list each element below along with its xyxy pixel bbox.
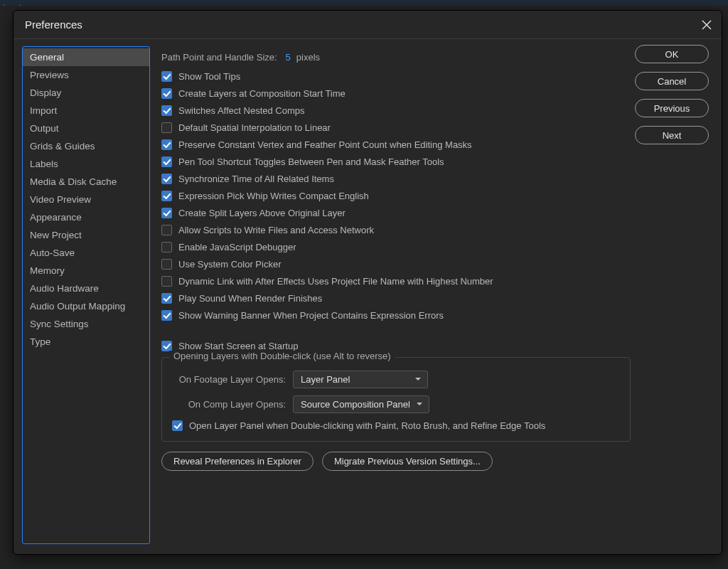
checkbox-dynamic-link-with-after-effects-uses-pro[interactable]: Dynamic Link with After Effects Uses Pro… <box>161 276 645 287</box>
titlebar: Preferences <box>14 11 722 39</box>
cancel-button[interactable]: Cancel <box>635 72 709 90</box>
checkbox-switches-affect-nested-comps[interactable]: Switches Affect Nested Comps <box>161 105 645 116</box>
sidebar-item-output[interactable]: Output <box>23 119 149 137</box>
checkbox-12-label: Dynamic Link with After Effects Uses Pro… <box>178 276 493 287</box>
checkbox-use-system-color-picker[interactable]: Use System Color Picker <box>161 259 645 270</box>
checkbox-11-label: Use System Color Picker <box>178 259 281 270</box>
dialog-actions: OK Cancel Previous Next <box>635 45 709 144</box>
comp-layer-row: On Comp Layer Opens: Source Composition … <box>172 395 620 413</box>
checkbox-expression-pick-whip-writes-compact-engl[interactable]: Expression Pick Whip Writes Compact Engl… <box>161 191 645 201</box>
checkbox-allow-scripts-to-write-files-and-access-[interactable]: Allow Scripts to Write Files and Access … <box>161 225 645 235</box>
sidebar-item-sync-settings[interactable]: Sync Settings <box>23 315 149 333</box>
sidebar-item-previews[interactable]: Previews <box>23 66 149 84</box>
close-icon[interactable] <box>702 20 712 30</box>
sidebar-item-audio-output-mapping[interactable]: Audio Output Mapping <box>23 297 149 315</box>
sidebar-item-import[interactable]: Import <box>23 102 149 119</box>
checkbox-13-box[interactable] <box>161 293 172 304</box>
checkbox-11-box[interactable] <box>161 259 172 270</box>
next-button[interactable]: Next <box>635 126 709 144</box>
checkbox-1-box[interactable] <box>161 88 172 99</box>
checkbox-8-box[interactable] <box>161 208 172 218</box>
path-point-size-row: Path Point and Handle Size: 5 pixels <box>161 52 709 63</box>
start-screen-label: Show Start Screen at Startup <box>178 341 298 351</box>
reveal-preferences-button[interactable]: Reveal Preferences in Explorer <box>161 452 314 471</box>
footage-layer-label: On Footage Layer Opens: <box>172 374 286 385</box>
checkbox-4-box[interactable] <box>161 139 172 150</box>
checkbox-14-label: Show Warning Banner When Project Contain… <box>178 310 444 321</box>
checkbox-2-box[interactable] <box>161 105 172 116</box>
checkbox-9-box[interactable] <box>161 225 172 235</box>
sidebar-item-labels[interactable]: Labels <box>23 155 149 173</box>
open-panel-label: Open Layer Panel when Double-clicking wi… <box>189 420 545 431</box>
checkbox-8-label: Create Split Layers Above Original Layer <box>178 208 346 218</box>
footage-layer-dropdown[interactable]: Layer Panel <box>293 371 428 388</box>
checkbox-6-box[interactable] <box>161 174 172 184</box>
path-point-size-label: Path Point and Handle Size: <box>161 52 277 63</box>
sidebar-item-memory[interactable]: Memory <box>23 262 149 280</box>
checkbox-default-spatial-interpolation-to-linear[interactable]: Default Spatial Interpolation to Linear <box>161 122 645 133</box>
path-point-size-value[interactable]: 5 <box>286 52 291 63</box>
checkbox-7-box[interactable] <box>161 191 172 201</box>
sidebar-item-grids-guides[interactable]: Grids & Guides <box>23 137 149 155</box>
sidebar-item-display[interactable]: Display <box>23 84 149 102</box>
checkbox-9-label: Allow Scripts to Write Files and Access … <box>178 225 374 235</box>
checkbox-6-label: Synchronize Time of All Related Items <box>178 174 334 184</box>
sidebar-item-new-project[interactable]: New Project <box>23 226 149 244</box>
checkbox-show-warning-banner-when-project-contain[interactable]: Show Warning Banner When Project Contain… <box>161 310 645 321</box>
window-title: Preferences <box>25 18 82 31</box>
checkbox-enable-javascript-debugger[interactable]: Enable JavaScript Debugger <box>161 242 645 252</box>
open-layer-panel-checkbox[interactable]: Open Layer Panel when Double-clicking wi… <box>172 420 620 431</box>
checkbox-5-box[interactable] <box>161 156 172 167</box>
comp-layer-dropdown[interactable]: Source Composition Panel <box>293 395 429 413</box>
sidebar-item-auto-save[interactable]: Auto-Save <box>23 244 149 262</box>
sidebar-item-video-preview[interactable]: Video Preview <box>23 191 149 208</box>
sidebar-item-type[interactable]: Type <box>23 333 149 351</box>
general-panel: OK Cancel Previous Next Path Point and H… <box>160 46 713 544</box>
checkbox-2-label: Switches Affect Nested Comps <box>178 105 305 116</box>
checkbox-10-box[interactable] <box>161 242 172 252</box>
sidebar-item-general[interactable]: General <box>23 48 149 66</box>
checkbox-13-label: Play Sound When Render Finishes <box>178 293 322 304</box>
show-start-screen-checkbox[interactable]: Show Start Screen at Startup <box>161 341 709 351</box>
migrate-settings-button[interactable]: Migrate Previous Version Settings... <box>322 452 493 471</box>
path-point-size-unit: pixels <box>296 52 320 63</box>
checkbox-10-label: Enable JavaScript Debugger <box>178 242 296 252</box>
checkbox-create-split-layers-above-original-layer[interactable]: Create Split Layers Above Original Layer <box>161 208 645 218</box>
checkbox-0-label: Show Tool Tips <box>178 71 240 82</box>
checkbox-3-box[interactable] <box>161 122 172 133</box>
checkbox-preserve-constant-vertex-and-feather-poi[interactable]: Preserve Constant Vertex and Feather Poi… <box>161 139 645 150</box>
double-click-group-title: Opening Layers with Double-click (use Al… <box>169 351 395 361</box>
checkbox-0-box[interactable] <box>161 71 172 82</box>
checkbox-14-box[interactable] <box>161 310 172 321</box>
checkbox-3-label: Default Spatial Interpolation to Linear <box>178 122 331 133</box>
comp-layer-label: On Comp Layer Opens: <box>172 399 286 410</box>
checkbox-synchronize-time-of-all-related-items[interactable]: Synchronize Time of All Related Items <box>161 174 645 184</box>
sidebar-item-audio-hardware[interactable]: Audio Hardware <box>23 280 149 297</box>
checkbox-pen-tool-shortcut-toggles-between-pen-an[interactable]: Pen Tool Shortcut Toggles Between Pen an… <box>161 156 645 167</box>
footage-layer-row: On Footage Layer Opens: Layer Panel <box>172 371 620 388</box>
checkbox-1-label: Create Layers at Composition Start Time <box>178 88 346 99</box>
checkbox-play-sound-when-render-finishes[interactable]: Play Sound When Render Finishes <box>161 293 645 304</box>
double-click-group: Opening Layers with Double-click (use Al… <box>161 357 631 442</box>
preferences-dialog: Preferences GeneralPreviewsDisplayImport… <box>13 10 722 555</box>
bottom-button-row: Reveal Preferences in Explorer Migrate P… <box>161 452 709 471</box>
ok-button[interactable]: OK <box>635 45 709 63</box>
sidebar-item-media-disk-cache[interactable]: Media & Disk Cache <box>23 173 149 191</box>
checkbox-show-tool-tips[interactable]: Show Tool Tips <box>161 71 645 82</box>
checkbox-create-layers-at-composition-start-time[interactable]: Create Layers at Composition Start Time <box>161 88 645 99</box>
checkbox-5-label: Pen Tool Shortcut Toggles Between Pen an… <box>178 156 444 167</box>
open-panel-box[interactable] <box>172 420 183 431</box>
category-sidebar: GeneralPreviewsDisplayImportOutputGrids … <box>22 46 150 544</box>
options-list: Show Tool TipsCreate Layers at Compositi… <box>161 71 645 321</box>
start-screen-box[interactable] <box>161 341 172 351</box>
checkbox-4-label: Preserve Constant Vertex and Feather Poi… <box>178 139 472 150</box>
sidebar-item-appearance[interactable]: Appearance <box>23 208 149 226</box>
checkbox-12-box[interactable] <box>161 276 172 287</box>
checkbox-7-label: Expression Pick Whip Writes Compact Engl… <box>178 191 369 201</box>
previous-button[interactable]: Previous <box>635 99 709 117</box>
